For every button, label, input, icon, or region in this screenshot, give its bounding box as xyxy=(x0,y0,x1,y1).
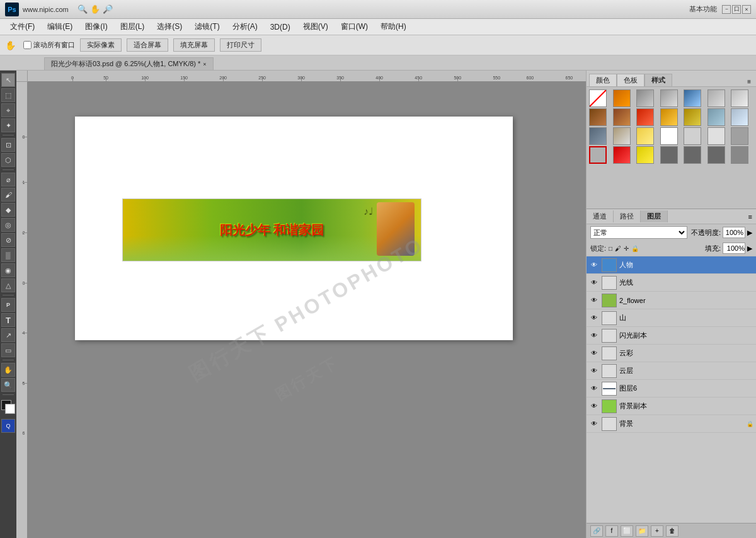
tab-colors[interactable]: 颜色 xyxy=(589,74,617,86)
style-swatch-8[interactable] xyxy=(613,108,631,126)
menu-analyze[interactable]: 分析(A) xyxy=(227,20,263,33)
move-tool-button[interactable]: ↖ xyxy=(1,73,15,87)
hand-icon[interactable]: ✋ xyxy=(90,4,100,14)
layer-style-button[interactable]: f xyxy=(605,525,618,537)
style-swatch-21[interactable] xyxy=(589,146,607,164)
lasso-tool-button[interactable]: ⌖ xyxy=(1,103,15,117)
layer-item-layer6[interactable]: 👁 图层6 xyxy=(587,380,756,398)
actual-pixels-button[interactable]: 实际像素 xyxy=(80,38,122,52)
layer-item-flower[interactable]: 👁 2_flower xyxy=(587,292,756,309)
menu-window[interactable]: 窗口(W) xyxy=(336,20,373,33)
style-swatch-11[interactable] xyxy=(684,108,701,126)
history-brush-button[interactable]: ◎ xyxy=(1,218,15,232)
layer-eye-8[interactable]: 👁 xyxy=(589,401,599,411)
gradient-tool-button[interactable]: ▒ xyxy=(1,248,15,262)
tab-layers[interactable]: 图层 xyxy=(641,210,668,222)
shape-tool-button[interactable]: ▭ xyxy=(1,343,15,357)
layer-item-bg[interactable]: 👁 背景 🔒 xyxy=(587,415,756,433)
blend-mode-select[interactable]: 正常 xyxy=(590,226,687,239)
style-swatch-10[interactable] xyxy=(660,108,678,126)
menu-view[interactable]: 视图(V) xyxy=(298,20,333,33)
layer-item-bg-copy[interactable]: 👁 背景副本 xyxy=(587,398,756,415)
document-tab[interactable]: 阳光少年标语03.psd @ 6.25%(人物1, CMYK/8) * × xyxy=(44,57,214,70)
close-button[interactable]: × xyxy=(742,5,751,14)
style-swatch-22[interactable] xyxy=(613,146,631,164)
healing-tool-button[interactable]: ⌀ xyxy=(1,173,15,186)
scroll-all-checkbox[interactable]: 滚动所有窗口 xyxy=(23,40,75,50)
layer-eye-9[interactable]: 👁 xyxy=(589,419,599,429)
style-swatch-14[interactable] xyxy=(589,127,607,145)
layer-mask-button[interactable]: ⬜ xyxy=(621,525,633,537)
type-tool-button[interactable]: T xyxy=(1,313,15,327)
style-swatch-27[interactable] xyxy=(731,146,748,164)
style-swatch-13[interactable] xyxy=(731,108,748,126)
fill-screen-button[interactable]: 填充屏幕 xyxy=(173,38,215,52)
style-swatch-20[interactable] xyxy=(731,127,748,145)
style-swatch-none[interactable] xyxy=(589,89,607,107)
layer-panel-menu[interactable]: ≡ xyxy=(745,213,756,220)
style-swatch-2[interactable] xyxy=(636,89,654,107)
style-swatch-7[interactable] xyxy=(589,108,607,126)
menu-select[interactable]: 选择(S) xyxy=(152,20,187,33)
style-swatch-24[interactable] xyxy=(660,146,678,164)
stamp-tool-button[interactable]: ◆ xyxy=(1,203,15,217)
quick-mask-button[interactable]: Q xyxy=(1,419,15,433)
eraser-tool-button[interactable]: ⊘ xyxy=(1,233,15,247)
style-swatch-26[interactable] xyxy=(707,146,725,164)
style-swatch-5[interactable] xyxy=(707,89,725,107)
menu-image[interactable]: 图像(I) xyxy=(80,20,112,33)
style-swatch-18[interactable] xyxy=(684,127,701,145)
style-swatch-19[interactable] xyxy=(707,127,725,145)
style-swatch-25[interactable] xyxy=(684,146,701,164)
delete-layer-button[interactable]: 🗑 xyxy=(666,525,679,537)
menu-edit[interactable]: 编辑(E) xyxy=(42,20,77,33)
layer-group-button[interactable]: 📁 xyxy=(636,525,648,537)
hand-tool-button[interactable]: ✋ xyxy=(1,363,15,377)
zoom-icon[interactable]: 🔎 xyxy=(103,4,113,14)
blur-tool-button[interactable]: ◉ xyxy=(1,263,15,277)
lock-transparent-icon[interactable]: □ xyxy=(609,245,612,252)
path-select-button[interactable]: ↗ xyxy=(1,328,15,342)
fit-screen-button[interactable]: 适合屏幕 xyxy=(127,38,168,52)
layer-item-cloud2[interactable]: 👁 云层 xyxy=(587,362,756,380)
layer-item-flash-copy[interactable]: 👁 闪光副本 xyxy=(587,327,756,345)
lock-position-icon[interactable]: ✛ xyxy=(624,245,629,252)
new-layer-button[interactable]: + xyxy=(651,525,663,537)
layer-eye-2[interactable]: 👁 xyxy=(589,295,599,306)
layer-item-cloud1[interactable]: 👁 云彩 xyxy=(587,345,756,362)
menu-filter[interactable]: 滤镜(T) xyxy=(190,20,224,33)
tab-channels[interactable]: 通道 xyxy=(587,210,614,222)
fill-arrow[interactable]: ▶ xyxy=(747,244,752,253)
layer-eye-7[interactable]: 👁 xyxy=(589,384,599,394)
layer-item-renw[interactable]: 👁 人物 xyxy=(587,256,756,274)
layer-item-mountain[interactable]: 👁 山 xyxy=(587,309,756,327)
opacity-input[interactable] xyxy=(723,227,745,238)
magic-wand-tool-button[interactable]: ✦ xyxy=(1,118,15,132)
layer-eye-6[interactable]: 👁 xyxy=(589,366,599,376)
style-swatch-15[interactable] xyxy=(613,127,631,145)
panel-menu-icon[interactable]: ≡ xyxy=(745,77,753,86)
restore-button[interactable]: 口 xyxy=(732,5,741,14)
style-swatch-4[interactable] xyxy=(684,89,701,107)
style-swatch-6[interactable] xyxy=(731,89,748,107)
style-swatch-9[interactable] xyxy=(636,108,654,126)
layer-eye-5[interactable]: 👁 xyxy=(589,348,599,358)
style-swatch-23[interactable] xyxy=(636,146,654,164)
style-swatch-17[interactable] xyxy=(660,127,678,145)
color-boxes[interactable] xyxy=(1,400,15,414)
lock-all-icon[interactable]: 🔒 xyxy=(631,245,639,252)
crop-tool-button[interactable]: ⊡ xyxy=(1,138,15,152)
style-swatch-1[interactable] xyxy=(613,89,631,107)
layer-eye-4[interactable]: 👁 xyxy=(589,331,599,341)
pen-tool-button[interactable]: P xyxy=(1,298,15,312)
minimize-button[interactable]: － xyxy=(722,5,731,14)
style-swatch-12[interactable] xyxy=(707,108,725,126)
background-color[interactable] xyxy=(5,404,15,414)
fill-input[interactable] xyxy=(723,243,745,254)
menu-file[interactable]: 文件(F) xyxy=(5,20,40,33)
tab-close-button[interactable]: × xyxy=(203,61,206,67)
layer-eye-3[interactable]: 👁 xyxy=(589,313,599,323)
zoom-tool-button[interactable]: 🔍 xyxy=(1,378,15,392)
tab-paths[interactable]: 路径 xyxy=(614,210,641,222)
layer-link-button[interactable]: 🔗 xyxy=(590,525,603,537)
